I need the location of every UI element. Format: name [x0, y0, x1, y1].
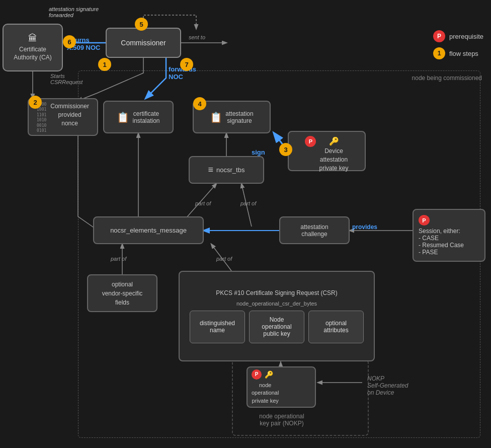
- badge-7: 7: [180, 58, 193, 71]
- commissioner-label: Commissioner: [121, 39, 166, 47]
- badge-1: 1: [98, 58, 111, 71]
- session-pase: - PASE: [419, 249, 438, 256]
- node-pubkey-box: Nodeoperationalpublic key: [249, 311, 304, 343]
- nokp-generated-label: NOKPSelf-Generatedon Device: [367, 375, 408, 396]
- attest-challenge-box: attestationchallenge: [279, 216, 350, 244]
- attest-challenge-label: attestationchallenge: [300, 223, 328, 238]
- vendor-fields-label: optionalvendor-specificfields: [102, 280, 143, 307]
- device-attest-label: 🔑 Deviceattestationprivate key: [319, 136, 348, 173]
- ca-box: 🏛 CertificateAuthority (CA): [3, 24, 63, 71]
- dist-name-label: distinguishedname: [200, 320, 235, 334]
- legend-flow-label: flow steps: [449, 50, 478, 57]
- prereq-badge-nokp: P: [252, 369, 262, 380]
- starts-csr-label: StartsCSRRequest: [50, 73, 83, 85]
- pkcs-box: PKCS #10 Certificate Signing Request (CS…: [179, 271, 375, 361]
- node-privkey-label: nodeoperationalprivate key: [252, 382, 279, 405]
- ca-label: CertificateAuthority (CA): [14, 46, 51, 61]
- pkcs-title: PKCS #10 Certificate Signing Request (CS…: [216, 289, 337, 296]
- device-attest-box: P 🔑 Deviceattestationprivate key: [288, 131, 366, 171]
- attest-sig-label: attestationsignature: [225, 110, 253, 124]
- badge-5: 5: [135, 18, 148, 31]
- opt-attrs-box: optionalattributes: [308, 311, 364, 343]
- attest-sig-icon: 📋: [210, 111, 222, 123]
- cert-install-icon: 📋: [117, 111, 129, 123]
- nonce-label: Commissionerprovidednonce: [50, 102, 89, 127]
- badge-2: 2: [29, 96, 42, 109]
- node-pubkey-label: Nodeoperationalpublic key: [262, 316, 291, 337]
- nokp-label: node operationalkey pair (NOKP): [231, 413, 332, 427]
- vendor-fields-box: optionalvendor-specificfields: [87, 274, 157, 312]
- pkcs-subtitle: node_operational_csr_der_bytes: [236, 301, 317, 307]
- ca-icon: 🏛: [28, 33, 37, 44]
- nocsr-elements-box: nocsr_elements_message: [93, 216, 204, 244]
- commissioner-box: Commissioner: [106, 28, 181, 58]
- session-title: Session, either:: [419, 228, 460, 235]
- pkcs-inner-row: distinguishedname Nodeoperationalpublic …: [185, 311, 369, 343]
- node-privkey-box: P 🔑 nodeoperationalprivate key: [247, 366, 316, 408]
- sign-label: sign: [252, 148, 265, 156]
- legend-flow-badge: 1: [433, 47, 445, 59]
- prereq-badge-session: P: [419, 215, 430, 226]
- part-of-4: part of: [216, 256, 232, 262]
- nocsr-tbs-box: ≡ nocsr_tbs: [189, 156, 264, 184]
- diagram: node being commissioned: [0, 0, 491, 448]
- legend: P prerequisite 1 flow steps: [433, 30, 483, 59]
- region-label: node being commissioned: [412, 74, 482, 82]
- session-resumed: - Resumed Case: [419, 242, 464, 249]
- nocsr-tbs-label: nocsr_tbs: [216, 166, 244, 174]
- badge-3: 3: [279, 143, 292, 156]
- prereq-badge-device: P: [305, 136, 316, 147]
- session-box: P Session, either: - CASE - Resumed Case…: [413, 209, 485, 262]
- legend-flow-steps: 1 flow steps: [433, 47, 483, 59]
- nocsr-elements-label: nocsr_elements_message: [110, 227, 187, 234]
- badge-6: 6: [63, 35, 76, 48]
- legend-prereq-label: prerequisite: [449, 33, 483, 40]
- cert-install-label: certificateinstalation: [132, 110, 159, 124]
- opt-attrs-label: optionalattributes: [323, 320, 348, 334]
- key-icon: 🔑: [265, 370, 273, 379]
- sent-to-label: sent to: [189, 34, 205, 40]
- part-of-3: part of: [111, 256, 126, 262]
- legend-prerequisite: P prerequisite: [433, 30, 483, 42]
- legend-prereq-badge: P: [433, 30, 445, 42]
- nocsr-tbs-icon: ≡: [208, 165, 214, 175]
- attest-forwarded-label: attestation signatureforwarded: [49, 6, 99, 18]
- badge-4: 4: [193, 97, 206, 110]
- provides-label: provides: [352, 223, 377, 231]
- part-of-2: part of: [240, 200, 256, 206]
- session-case: - CASE: [419, 235, 439, 242]
- part-of-1: part of: [195, 200, 211, 206]
- dist-name-box: distinguishedname: [190, 311, 245, 343]
- cert-install-box: 📋 certificateinstalation: [103, 101, 174, 133]
